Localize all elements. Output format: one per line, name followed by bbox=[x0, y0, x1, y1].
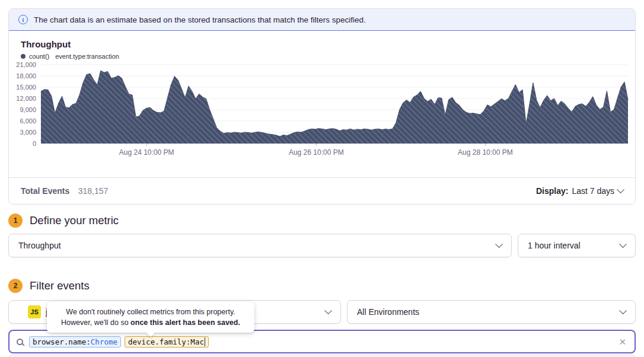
total-events: Total Events 318,157 bbox=[21, 186, 108, 196]
chevron-down-icon bbox=[619, 240, 627, 248]
chart-legend: count() event.type:transaction bbox=[12, 53, 632, 60]
environment-select[interactable]: All Environments bbox=[347, 300, 636, 324]
chevron-down-icon bbox=[617, 186, 624, 193]
interval-select[interactable]: 1 hour interval bbox=[518, 234, 636, 257]
chart-title: Throughput bbox=[12, 39, 632, 49]
svg-text:6,000: 6,000 bbox=[20, 117, 36, 125]
svg-text:Aug 28 10:00 PM: Aug 28 10:00 PM bbox=[458, 148, 513, 157]
svg-text:21,000: 21,000 bbox=[16, 61, 36, 68]
svg-text:9,000: 9,000 bbox=[20, 106, 36, 113]
tooltip-line2: However, we'll do so bbox=[61, 318, 130, 327]
throughput-area-chart: 03,0006,0009,00012,00015,00018,00021,000… bbox=[12, 60, 632, 158]
info-icon: i bbox=[18, 15, 28, 24]
section-1-title: Define your metric bbox=[30, 214, 119, 227]
chevron-down-icon bbox=[324, 307, 332, 314]
clear-search-icon[interactable]: ✕ bbox=[617, 336, 627, 348]
section-filter-events: 2 Filter events bbox=[8, 279, 90, 293]
metric-select[interactable]: Throughput bbox=[8, 234, 512, 257]
display-label: Display: bbox=[536, 186, 568, 196]
section-define-metric: 1 Define your metric bbox=[8, 213, 119, 228]
total-events-value: 318,157 bbox=[78, 186, 109, 196]
display-value: Last 7 days bbox=[572, 186, 614, 196]
chevron-down-icon bbox=[495, 240, 503, 248]
chart-panel: i The chart data is an estimate based on… bbox=[8, 8, 636, 205]
step-1-badge: 1 bbox=[8, 213, 23, 228]
svg-text:12,000: 12,000 bbox=[16, 95, 36, 102]
environment-select-value: All Environments bbox=[357, 307, 419, 317]
info-banner: i The chart data is an estimate based on… bbox=[9, 9, 635, 31]
legend-filter-label: event.type:transaction bbox=[55, 53, 119, 60]
svg-text:0: 0 bbox=[33, 140, 36, 147]
javascript-platform-icon: JS bbox=[28, 305, 41, 318]
chart-footer: Total Events 318,157 Display: Last 7 day… bbox=[9, 177, 635, 204]
svg-text:Aug 24 10:00 PM: Aug 24 10:00 PM bbox=[119, 148, 174, 157]
total-events-label: Total Events bbox=[21, 186, 69, 196]
filter-token[interactable]: device.family:Mac bbox=[125, 336, 209, 348]
display-period-dropdown[interactable]: Display: Last 7 days bbox=[536, 186, 623, 196]
next-panel-edge bbox=[8, 355, 636, 357]
series-dot-icon bbox=[21, 54, 25, 59]
chart-area: Throughput count() event.type:transactio… bbox=[9, 31, 635, 161]
step-2-badge: 2 bbox=[8, 279, 23, 293]
legend-series-label: count() bbox=[29, 53, 49, 60]
svg-text:18,000: 18,000 bbox=[16, 72, 36, 79]
tooltip-line1: We don't routinely collect metrics from … bbox=[66, 308, 235, 316]
info-banner-text: The chart data is an estimate based on t… bbox=[34, 15, 366, 24]
search-token-list[interactable]: browser.name:Chromedevice.family:Mac bbox=[29, 336, 613, 348]
svg-text:3,000: 3,000 bbox=[20, 129, 36, 136]
filter-search-input[interactable]: browser.name:Chromedevice.family:Mac ✕ bbox=[8, 330, 636, 353]
chevron-down-icon bbox=[619, 307, 627, 314]
section-2-title: Filter events bbox=[30, 279, 90, 292]
interval-select-value: 1 hour interval bbox=[528, 241, 581, 250]
svg-text:Aug 26 10:00 PM: Aug 26 10:00 PM bbox=[289, 148, 344, 157]
property-warning-tooltip: We don't routinely collect metrics from … bbox=[47, 302, 254, 333]
filter-token[interactable]: browser.name:Chrome bbox=[29, 336, 121, 348]
svg-text:15,000: 15,000 bbox=[16, 84, 36, 91]
metric-select-value: Throughput bbox=[18, 241, 61, 250]
search-icon bbox=[17, 339, 23, 345]
tooltip-line2-bold: once this alert has been saved. bbox=[130, 318, 240, 327]
